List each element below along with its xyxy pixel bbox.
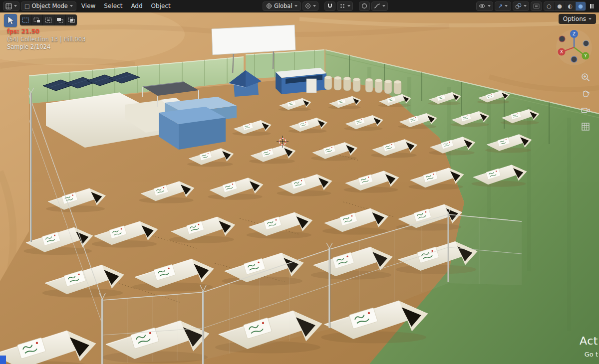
falloff-curve-icon bbox=[374, 3, 380, 9]
select-mode-intersect-button[interactable] bbox=[66, 14, 77, 25]
orientation-label: Global bbox=[274, 2, 293, 9]
select-mode-group bbox=[20, 14, 77, 25]
snap-target-dropdown[interactable] bbox=[337, 1, 353, 11]
select-mode-extend-button[interactable] bbox=[31, 14, 43, 25]
gizmo-arrow-icon: ↗ bbox=[498, 3, 503, 9]
ortho-toggle-button[interactable] bbox=[579, 120, 592, 133]
viewport-nav-buttons bbox=[579, 71, 592, 133]
mode-dropdown[interactable]: □ Object Mode bbox=[21, 1, 76, 11]
gizmo-axis-x[interactable]: X bbox=[558, 48, 566, 56]
select-extend-icon bbox=[33, 16, 41, 24]
camera-view-icon bbox=[580, 105, 591, 116]
gizmo-axis-y[interactable]: Y bbox=[582, 52, 590, 60]
menu-view[interactable]: View bbox=[78, 1, 99, 10]
chevron-down-icon bbox=[505, 5, 508, 7]
proportional-falloff-dropdown[interactable] bbox=[371, 1, 388, 11]
shading-solid-button[interactable]: ● bbox=[555, 2, 565, 10]
editor-3d-viewport-icon bbox=[5, 3, 12, 9]
desktop-overlay-text-1: Act bbox=[580, 335, 598, 347]
shading-rendered-button[interactable]: ● bbox=[576, 2, 586, 10]
select-invert-icon bbox=[56, 16, 64, 24]
zoom-button[interactable] bbox=[579, 71, 592, 84]
snap-toggle-button[interactable] bbox=[324, 1, 335, 11]
object-mode-icon: □ bbox=[24, 3, 29, 9]
chevron-down-icon bbox=[589, 18, 592, 20]
proportional-circle-icon bbox=[361, 3, 367, 9]
desktop-overlay-text-2: Go t bbox=[585, 351, 598, 358]
options-label: Options bbox=[563, 15, 586, 22]
active-collection-readout: (54) Collection 13 | Hill.003 bbox=[7, 36, 85, 44]
ortho-grid-icon bbox=[580, 121, 591, 132]
pivot-point-dropdown[interactable] bbox=[302, 1, 318, 11]
chevron-down-icon bbox=[347, 5, 350, 7]
pivot-point-icon bbox=[305, 3, 311, 9]
show-gizmo-dropdown[interactable]: ↗ bbox=[495, 1, 511, 11]
select-set-icon bbox=[21, 16, 29, 24]
material-sphere-icon: ◐ bbox=[568, 3, 573, 9]
editor-type-button[interactable] bbox=[3, 1, 19, 11]
gizmo-axis-z[interactable]: Z bbox=[570, 30, 578, 38]
show-overlays-dropdown[interactable] bbox=[513, 1, 529, 11]
chevron-down-icon bbox=[14, 5, 17, 7]
cursor-select-icon bbox=[6, 16, 14, 25]
scene-render bbox=[0, 12, 599, 364]
overlays-icon bbox=[515, 3, 522, 9]
solid-sphere-icon: ● bbox=[557, 3, 562, 9]
viewport-shading-group: ○ ● ◐ ● bbox=[544, 1, 586, 11]
magnet-icon bbox=[327, 3, 333, 9]
menu-select[interactable]: Select bbox=[100, 1, 126, 10]
blue-container bbox=[276, 68, 326, 94]
transform-orientation-dropdown[interactable]: Global bbox=[263, 1, 301, 11]
viewport-stats: fps: 21.50 (54) Collection 13 | Hill.003… bbox=[7, 28, 85, 51]
gizmo-axis-y-neg[interactable] bbox=[559, 36, 565, 42]
chevron-down-icon bbox=[295, 5, 298, 7]
chevron-down-icon bbox=[70, 5, 73, 7]
select-box-tool-button[interactable] bbox=[4, 14, 17, 27]
svg-text:X: X bbox=[560, 49, 563, 54]
fps-readout: fps: 21.50 bbox=[7, 28, 85, 36]
select-intersect-icon bbox=[67, 16, 75, 24]
toolbar-active-tool bbox=[4, 14, 77, 27]
menu-object[interactable]: Object bbox=[148, 1, 174, 10]
options-button[interactable]: Options bbox=[559, 14, 596, 24]
snap-with-icon bbox=[339, 3, 345, 9]
blue-buildings bbox=[159, 97, 237, 150]
navigation-gizmo[interactable]: Z X Y bbox=[555, 28, 593, 66]
camera-view-button[interactable] bbox=[579, 104, 592, 117]
chevron-down-icon bbox=[488, 5, 491, 7]
select-mode-subtract-button[interactable] bbox=[43, 14, 54, 25]
svg-text:Z: Z bbox=[573, 31, 576, 36]
menu-add[interactable]: Add bbox=[127, 1, 146, 10]
select-mode-set-button[interactable] bbox=[20, 14, 31, 25]
object-visibility-dropdown[interactable] bbox=[476, 1, 493, 11]
rendered-sphere-icon: ● bbox=[578, 3, 583, 9]
svg-text:Y: Y bbox=[584, 53, 587, 58]
zoom-icon bbox=[580, 72, 591, 83]
viewport-3d[interactable]: Options fps: 21.50 (54) Collection 13 | … bbox=[0, 12, 599, 364]
gizmo-axis-z-neg[interactable] bbox=[571, 56, 577, 62]
proportional-editing-button[interactable] bbox=[359, 1, 370, 11]
chevron-down-icon bbox=[524, 5, 527, 7]
render-sample-readout: Sample 2/1024 bbox=[7, 43, 85, 51]
select-subtract-icon bbox=[44, 16, 52, 24]
eye-icon bbox=[479, 3, 486, 8]
wireframe-sphere-icon: ○ bbox=[547, 3, 552, 9]
shading-wireframe-button[interactable]: ○ bbox=[544, 2, 555, 10]
xray-toggle-button[interactable] bbox=[531, 1, 542, 11]
mode-label: Object Mode bbox=[31, 2, 67, 9]
select-mode-invert-button[interactable] bbox=[54, 14, 66, 25]
corner-blue-square bbox=[0, 356, 6, 364]
pause-icon[interactable] bbox=[588, 4, 596, 8]
gizmo-axis-x-neg[interactable] bbox=[583, 40, 589, 46]
xray-icon bbox=[533, 3, 540, 9]
chevron-down-icon bbox=[313, 5, 316, 7]
chevron-down-icon bbox=[382, 5, 385, 7]
shading-material-button[interactable]: ◐ bbox=[565, 2, 576, 10]
pan-button[interactable] bbox=[579, 87, 592, 100]
orientation-global-icon bbox=[266, 3, 272, 9]
pan-hand-icon bbox=[580, 88, 591, 99]
viewport-header: □ Object Mode View Select Add Object Glo… bbox=[0, 0, 599, 12]
